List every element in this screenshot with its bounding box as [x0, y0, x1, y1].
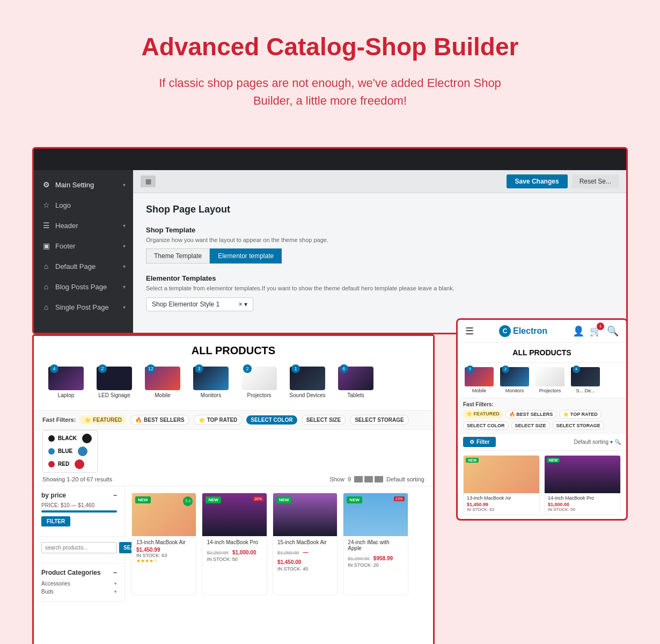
mobile-cat-monitors[interactable]: 2 Monitors [498, 367, 531, 393]
theme-template-btn[interactable]: Theme Template [146, 248, 210, 264]
sidebar-item-main-setting[interactable]: ⚙ Main Setting ▾ [34, 174, 133, 195]
cat-item-tablets[interactable]: 6 Tablets [334, 367, 377, 398]
admin-panel: ⚙ Main Setting ▾ ☆ Logo ☰ Header ▾ ▣ Foo… [34, 149, 626, 333]
mobile-product-info-2: 14-inch MacBook Pro $1,000.00 IN STOCK: … [545, 493, 620, 514]
blog-icon: ⌂ [41, 282, 51, 291]
mobile-cat-sound[interactable]: 4 S... De... [569, 367, 602, 393]
mobile-categories: 5 Mobile 2 Monitors Projectors 4 S... De… [458, 363, 626, 398]
product-mac-air-13[interactable]: NEW 5.0 13-inch MacBook Air $1,450.99 IN… [131, 493, 196, 595]
filter-best-sellers[interactable]: 🔥 BEST SELLERS [130, 415, 189, 425]
mobile-cat-name-mobile: Mobile [472, 388, 487, 393]
filter-select-size[interactable]: SELECT SIZE [302, 415, 346, 425]
mobile-product-info-1: 13-inch MacBook Air $1,450.99 IN STOCK: … [464, 493, 539, 514]
product-discount-badge-2: 20% [253, 496, 263, 501]
sidebar-label-header: Header [55, 222, 119, 230]
desktop-shop-panel: ALL PRODUCTS 4 Laptop 2 LED Signage 12 [32, 334, 435, 644]
cat-item-laptop[interactable]: 4 Laptop [45, 367, 87, 398]
cart-icon-wrapper[interactable]: 🛒 1 [590, 325, 602, 337]
product-stars-1: ★★★★☆ [136, 558, 192, 564]
mobile-filter-top-rated[interactable]: ⭐ TOP RATED [559, 410, 602, 419]
grid-view-icons [354, 476, 383, 482]
mobile-filter-best-sellers[interactable]: 🔥 BEST SELLERS [505, 410, 557, 419]
cat-badge-led: 2 [98, 364, 107, 373]
sidebar-item-header[interactable]: ☰ Header ▾ [34, 215, 133, 236]
product-stock-4: IN STOCK: 20 [348, 562, 403, 568]
product-mac-air-15[interactable]: NEW 15-inch MacBook Air $1,250.00 — $1,4… [273, 493, 338, 595]
elementor-template-btn[interactable]: Elementor template [210, 248, 282, 264]
grid-icon-3[interactable] [375, 476, 383, 482]
mobile-cat-mobile[interactable]: 5 Mobile [463, 367, 495, 393]
sort-label: Default sorting [386, 476, 424, 482]
swatch-red[interactable]: RED [48, 458, 92, 470]
product-imac-24[interactable]: NEW 23% 24-inch iMac with Apple $1,250.9… [343, 493, 408, 595]
product-mac-pro-14[interactable]: NEW 20% 14-inch MacBook Pro $1,250.99 $1… [202, 493, 267, 595]
swatch-red-dot [48, 461, 55, 467]
sidebar-item-single-post[interactable]: ⌂ Single Post Page ▾ [34, 297, 133, 317]
cat-badge-projectors: 2 [243, 364, 252, 373]
shop-title: ALL PRODUCTS [45, 345, 422, 357]
cat-item-led[interactable]: 2 LED Signage [93, 367, 136, 398]
shop-template-desc: Organize how you want the layout to appe… [146, 236, 613, 244]
swatch-blue[interactable]: BLUE [48, 445, 92, 457]
swatch-blue-label: BLUE [58, 448, 72, 454]
cat-item-mobile[interactable]: 12 Mobile [141, 367, 184, 398]
swatch-black[interactable]: BLACK [48, 433, 92, 444]
chevron-icon-3: ▾ [123, 243, 126, 249]
grid-icon-1[interactable] [354, 476, 363, 482]
search-icon[interactable]: 🔍 [607, 325, 619, 337]
filter-apply-button[interactable]: FILTER [41, 516, 70, 526]
elementor-dropdown[interactable]: Shop Elementor Style 1 × ▾ [146, 297, 253, 311]
cat-buds-name: Buds [41, 589, 54, 595]
mobile-sort[interactable]: Default sorting ▾ 🔍 [574, 439, 621, 445]
elementor-templates-desc: Select a template from elementor templat… [146, 284, 613, 292]
sidebar-item-default-page[interactable]: ⌂ Default Page ▾ [34, 256, 133, 276]
sidebar-item-logo[interactable]: ☆ Logo [34, 195, 133, 215]
mobile-cat-badge-mobile: 5 [466, 365, 474, 373]
hamburger-icon[interactable]: ☰ [465, 325, 474, 337]
swatch-red-label: RED [58, 461, 69, 467]
mobile-sort-label: Default sorting [574, 439, 608, 445]
save-changes-button[interactable]: Save Changes [507, 174, 568, 188]
product-badge-new-4: NEW [347, 496, 362, 503]
filter-select-storage[interactable]: SELECT STORAGE [350, 415, 409, 425]
price-slider[interactable] [41, 510, 117, 513]
mobile-filter-button[interactable]: ⚙ Filter [463, 437, 496, 447]
product-info-4: 24-inch iMac with Apple $1,250.99 $958.9… [343, 536, 407, 571]
dropdown-arrow-icon[interactable]: ▾ [244, 301, 247, 308]
cat-accessories-name: Accessories [41, 581, 70, 587]
filter-featured[interactable]: ⭐ FEATURED [80, 415, 126, 425]
mobile-filter-featured[interactable]: ⭐ FEATURED [463, 410, 503, 419]
cat-item-monitors[interactable]: 3 Monitors [189, 367, 232, 398]
category-accessories[interactable]: Accessories + [41, 580, 117, 588]
chevron-icon-5: ▾ [123, 284, 126, 290]
grid-icon-2[interactable] [364, 476, 373, 482]
mobile-product-1[interactable]: NEW 13-inch MacBook Air $1,450.99 IN STO… [463, 455, 540, 515]
cat-item-projectors[interactable]: 2 Projectors [238, 367, 281, 398]
product-old-price-4: $1,250.99 [348, 556, 369, 561]
hero-title: Advanced Catalog-Shop Builder [21, 32, 639, 61]
sidebar-item-footer[interactable]: ▣ Footer ▾ [34, 236, 133, 256]
mobile-filter-select-color[interactable]: SELECT COLOR [463, 421, 509, 430]
mobile-filter-select-storage[interactable]: SELECT STORAGE [553, 421, 604, 430]
filter-top-rated[interactable]: ⭐ TOP RATED [194, 415, 243, 425]
mobile-cat-projectors[interactable]: Projectors [534, 367, 566, 393]
cat-name-sound: Sound Devices [289, 392, 325, 398]
mobile-search-icon[interactable]: 🔍 [614, 439, 621, 445]
category-buds[interactable]: Buds + [41, 588, 117, 596]
product-old-price-2: $1,250.99 [207, 550, 228, 555]
product-price-row-4: $1,250.99 $958.99 [348, 553, 403, 562]
mobile-product-2[interactable]: NEW 14-inch MacBook Pro $1,000.00 IN STO… [544, 455, 621, 515]
search-input[interactable] [41, 542, 117, 553]
cat-item-sound[interactable]: 1 Sound Devices [286, 367, 329, 398]
filter-select-color[interactable]: SELECT COLOR [246, 415, 297, 425]
dropdown-clear-icon[interactable]: × [239, 301, 243, 308]
reset-button[interactable]: Reset Se... [572, 174, 619, 188]
shop-main-content: by price − PRICE: $10 — $1,460 FILTER SE… [34, 486, 433, 602]
hero-section: Advanced Catalog-Shop Builder If classic… [0, 0, 660, 131]
sidebar-item-blog-posts[interactable]: ⌂ Blog Posts Page ▾ [34, 276, 133, 297]
mobile-product-price-1: $1,450.99 [467, 502, 536, 507]
page-layout-title: Shop Page Layout [146, 204, 613, 215]
mobile-filter-select-size[interactable]: SELECT SIZE [511, 421, 550, 430]
swatch-black-circle [82, 434, 92, 443]
user-icon[interactable]: 👤 [573, 325, 584, 337]
